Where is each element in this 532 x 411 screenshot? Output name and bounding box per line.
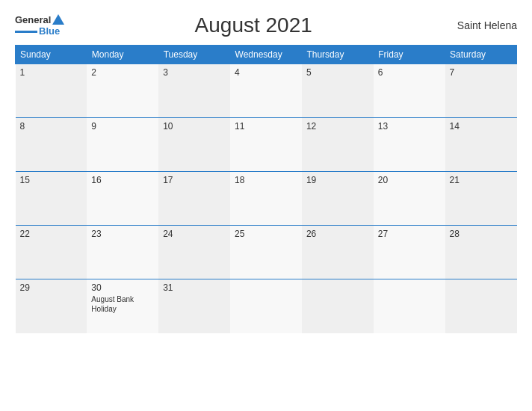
day-number: 22: [20, 229, 83, 239]
event-label: August Bank Holiday: [91, 294, 154, 314]
day-number: 18: [235, 175, 297, 185]
calendar-cell: [230, 279, 302, 333]
calendar-cell: 4: [230, 64, 302, 118]
header-thursday: Thursday: [302, 46, 374, 64]
region-label: Saint Helena: [442, 19, 517, 31]
calendar-cell: 8: [16, 118, 87, 172]
day-number: 30: [91, 282, 154, 293]
calendar-cell: 10: [158, 118, 230, 172]
calendar-cell: 16: [87, 172, 158, 226]
day-number: 21: [450, 175, 513, 185]
calendar-cell: 22: [16, 226, 87, 279]
calendar-cell: 2: [87, 64, 158, 118]
day-number: 12: [306, 121, 369, 132]
calendar-cell: 3: [158, 64, 230, 118]
logo-blue-text: Blue: [39, 25, 60, 37]
calendar-cell: 19: [302, 172, 374, 226]
day-number: 6: [378, 67, 441, 78]
calendar-cell: 12: [302, 118, 374, 172]
calendar-cell: 27: [374, 226, 445, 279]
calendar-cell: 5: [302, 64, 374, 118]
calendar-cell: 7: [445, 64, 517, 118]
day-number: 3: [163, 67, 226, 78]
day-number: 5: [306, 67, 369, 78]
calendar-cell: 31: [158, 279, 230, 333]
calendar-week-row: 1234567: [16, 64, 517, 118]
day-number: 19: [306, 175, 369, 185]
day-number: 16: [91, 175, 154, 185]
day-number: 25: [235, 229, 297, 239]
day-number: 15: [20, 175, 83, 185]
calendar-week-row: 891011121314: [16, 118, 517, 172]
header-wednesday: Wednesday: [230, 46, 302, 64]
calendar-cell: 15: [16, 172, 87, 226]
header-sunday: Sunday: [16, 46, 87, 64]
header-tuesday: Tuesday: [158, 46, 230, 64]
calendar-cell: 13: [374, 118, 445, 172]
calendar-cell: 21: [445, 172, 517, 226]
calendar-cell: 11: [230, 118, 302, 172]
day-number: 8: [20, 121, 83, 132]
calendar-cell: 6: [374, 64, 445, 118]
calendar-cell: [445, 279, 517, 333]
day-number: 31: [163, 282, 226, 293]
day-number: 24: [163, 229, 226, 239]
header-friday: Friday: [374, 46, 445, 64]
day-number: 11: [235, 121, 297, 132]
day-number: 9: [91, 121, 154, 132]
header-monday: Monday: [87, 46, 158, 64]
day-number: 1: [20, 67, 83, 78]
day-number: 10: [163, 121, 226, 132]
day-number: 2: [91, 67, 154, 78]
header: General Blue August 2021 Saint Helena: [15, 13, 517, 37]
calendar-cell: 1: [16, 64, 87, 118]
day-number: 7: [450, 67, 513, 78]
calendar-cell: 29: [16, 279, 87, 333]
header-saturday: Saturday: [445, 46, 517, 64]
day-number: 27: [378, 229, 441, 239]
day-number: 17: [163, 175, 226, 185]
day-number: 26: [306, 229, 369, 239]
calendar-cell: 9: [87, 118, 158, 172]
calendar-cell: 18: [230, 172, 302, 226]
calendar-cell: [302, 279, 374, 333]
logo-line: [15, 31, 37, 33]
day-number: 13: [378, 121, 441, 132]
logo-general-text: General: [15, 14, 51, 25]
calendar-table: Sunday Monday Tuesday Wednesday Thursday…: [15, 45, 517, 333]
calendar-week-row: 2930August Bank Holiday31: [16, 279, 517, 333]
day-number: 4: [235, 67, 297, 78]
calendar-cell: 17: [158, 172, 230, 226]
calendar-cell: 24: [158, 226, 230, 279]
calendar-cell: 28: [445, 226, 517, 279]
calendar-page: General Blue August 2021 Saint Helena Su…: [0, 0, 532, 411]
day-number: 29: [20, 282, 83, 293]
logo-triangle-icon: [52, 14, 64, 25]
calendar-cell: 14: [445, 118, 517, 172]
calendar-cell: [374, 279, 445, 333]
day-number: 20: [378, 175, 441, 185]
calendar-cell: 23: [87, 226, 158, 279]
calendar-cell: 20: [374, 172, 445, 226]
day-number: 23: [91, 229, 154, 239]
calendar-cell: 30August Bank Holiday: [87, 279, 158, 333]
weekday-header-row: Sunday Monday Tuesday Wednesday Thursday…: [16, 46, 517, 64]
day-number: 28: [450, 229, 513, 239]
calendar-week-row: 15161718192021: [16, 172, 517, 226]
calendar-title: August 2021: [64, 13, 442, 37]
day-number: 14: [450, 121, 513, 132]
logo: General Blue: [15, 14, 64, 37]
calendar-cell: 25: [230, 226, 302, 279]
calendar-week-row: 22232425262728: [16, 226, 517, 279]
calendar-cell: 26: [302, 226, 374, 279]
